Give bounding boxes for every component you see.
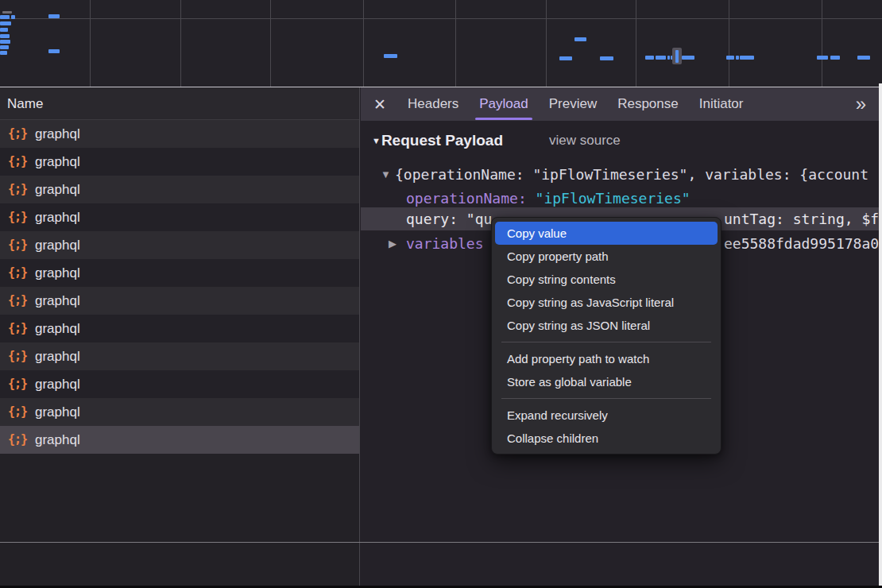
network-overview-timeline[interactable] [0, 0, 882, 87]
request-row-graphql[interactable]: {;}graphql [0, 342, 359, 370]
overview-vertical-gridline [180, 0, 181, 87]
request-timing-bar [656, 56, 666, 60]
overview-selection-marker-tick [675, 50, 679, 63]
request-row-graphql[interactable]: {;}graphql [0, 287, 359, 315]
request-timing-bar [740, 56, 754, 60]
menu-item-copy-value[interactable]: Copy value [495, 222, 718, 245]
context-menu: Copy valueCopy property pathCopy string … [491, 217, 721, 455]
request-timing-bar [682, 56, 694, 60]
menu-separator [501, 342, 711, 342]
request-row-graphql[interactable]: {;}graphql [0, 315, 359, 342]
query-value-fragment: untTag: string, $f [724, 207, 879, 230]
more-tabs-icon[interactable]: » [856, 95, 865, 114]
root-expander-icon[interactable]: ▼ [381, 163, 391, 186]
name-column-header[interactable]: Name [0, 87, 359, 120]
menu-item-copy-string-contents[interactable]: Copy string contents [495, 268, 718, 291]
request-row-graphql[interactable]: {;}graphql [0, 259, 359, 287]
view-source-link[interactable]: view source [549, 133, 621, 149]
request-timing-bar [0, 28, 8, 32]
request-timing-bar [726, 56, 734, 60]
property-key: operationName: [406, 190, 536, 207]
window-right-edge [879, 83, 882, 586]
request-row-graphql[interactable]: {;}graphql [0, 176, 359, 203]
request-name-label: graphql [35, 426, 80, 454]
request-timing-bar [817, 56, 828, 60]
request-list: {;}graphql{;}graphql{;}graphql{;}graphql… [0, 120, 359, 454]
request-row-graphql[interactable]: {;}graphql [0, 231, 359, 259]
menu-item-add-property-path-to-watch[interactable]: Add property path to watch [495, 347, 718, 370]
operation-name-line[interactable]: operationName: "ipFlowTimeseries" [406, 187, 691, 210]
menu-item-copy-string-as-javascript-literal[interactable]: Copy string as JavaScript literal [495, 291, 718, 314]
request-timing-bar [0, 15, 10, 19]
json-braces-icon: {;} [8, 203, 27, 231]
payload-root-preview-line[interactable]: {operationName: "ipFlowTimeseries", vari… [395, 163, 879, 186]
close-icon[interactable]: ✕ [373, 95, 397, 114]
request-timing-bar [0, 21, 11, 25]
tab-initiator[interactable]: Initiator [689, 87, 754, 121]
detail-footer-area [361, 543, 882, 586]
panel-split-line [0, 87, 882, 87]
json-braces-icon: {;} [8, 287, 27, 315]
request-timing-bar [0, 34, 10, 38]
overview-vertical-gridline [729, 0, 729, 87]
request-name-label: graphql [35, 398, 80, 426]
tab-headers[interactable]: Headers [397, 87, 469, 121]
request-name-label: graphql [35, 370, 80, 398]
menu-item-store-as-global-variable[interactable]: Store as global variable [495, 370, 718, 393]
request-row-graphql[interactable]: {;}graphql [0, 370, 359, 398]
request-name-label: graphql [35, 315, 80, 342]
json-braces-icon: {;} [8, 231, 27, 259]
list-footer-area [0, 543, 360, 586]
overview-vertical-gridline [455, 0, 456, 87]
menu-item-collapse-children[interactable]: Collapse children [495, 427, 718, 450]
json-braces-icon: {;} [8, 370, 27, 398]
request-name-label: graphql [35, 203, 80, 231]
menu-item-copy-string-as-json-literal[interactable]: Copy string as JSON literal [495, 314, 718, 337]
request-row-graphql[interactable]: {;}graphql [0, 426, 359, 454]
overview-vertical-gridline [90, 0, 91, 87]
property-value: "ipFlowTimeseries" [536, 190, 691, 207]
request-timing-bar [384, 54, 397, 58]
request-name-label: graphql [35, 287, 80, 315]
section-title: Request Payload [381, 132, 503, 149]
overview-vertical-gridline [270, 0, 271, 87]
json-braces-icon: {;} [8, 342, 27, 370]
request-name-label: graphql [35, 120, 80, 148]
request-timing-bar [11, 15, 15, 19]
request-timing-bar [48, 49, 60, 53]
tab-payload[interactable]: Payload [469, 87, 538, 121]
request-row-graphql[interactable]: {;}graphql [0, 120, 359, 148]
request-timing-bar [667, 56, 670, 60]
json-braces-icon: {;} [8, 426, 27, 454]
request-timing-bar [600, 56, 613, 60]
variables-expander-icon[interactable]: ▶ [389, 232, 397, 255]
menu-item-expand-recursively[interactable]: Expand recursively [495, 404, 718, 427]
request-name-label: graphql [35, 231, 80, 259]
tab-preview[interactable]: Preview [539, 87, 607, 121]
overview-vertical-gridline [822, 0, 822, 87]
variables-preview-fragment: ee5588fdad995178a0 [724, 232, 879, 255]
request-payload-section-header[interactable]: ▼ Request Payload view source [372, 129, 621, 153]
request-timing-bar [0, 45, 9, 49]
json-braces-icon: {;} [8, 315, 27, 342]
request-timing-bar [574, 37, 586, 41]
request-timing-bar [48, 14, 60, 18]
menu-item-copy-property-path[interactable]: Copy property path [495, 245, 718, 268]
request-name-label: graphql [35, 176, 80, 203]
overview-vertical-gridline [636, 0, 636, 87]
overview-horizontal-gridline [0, 18, 882, 19]
tab-response[interactable]: Response [607, 87, 689, 121]
request-timing-bar [0, 40, 10, 44]
request-timing-bar [857, 56, 870, 60]
section-collapse-icon: ▼ [372, 136, 381, 145]
menu-separator [501, 398, 711, 399]
tab-strip: HeadersPayloadPreviewResponseInitiator [397, 87, 753, 121]
json-braces-icon: {;} [8, 148, 27, 176]
request-row-graphql[interactable]: {;}graphql [0, 398, 359, 426]
request-timing-bar [736, 56, 739, 60]
request-row-graphql[interactable]: {;}graphql [0, 203, 359, 231]
request-row-graphql[interactable]: {;}graphql [0, 148, 359, 176]
variables-row[interactable]: variables [406, 232, 484, 255]
request-timing-bar [645, 56, 654, 60]
json-braces-icon: {;} [8, 176, 27, 203]
